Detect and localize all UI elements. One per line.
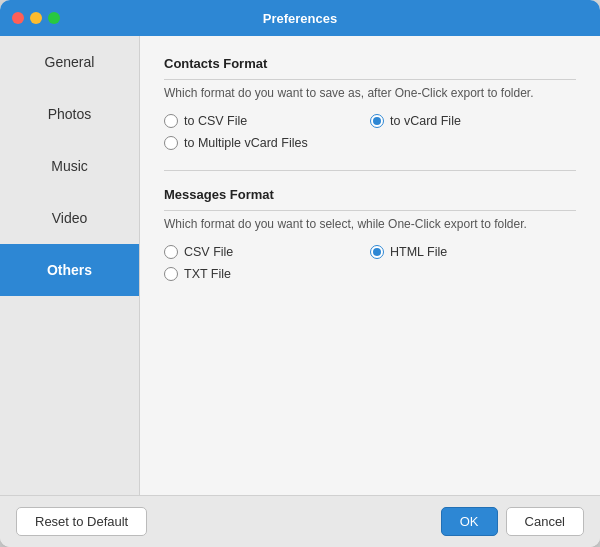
section-divider [164,170,576,171]
content-area: General Photos Music Video Others Contac… [0,36,600,495]
contacts-vcard-option[interactable]: to vCard File [370,114,576,128]
sidebar: General Photos Music Video Others [0,36,140,495]
sidebar-item-music[interactable]: Music [0,140,139,192]
ok-button[interactable]: OK [441,507,498,536]
minimize-button[interactable] [30,12,42,24]
contacts-section-desc: Which format do you want to save as, aft… [164,86,576,100]
contacts-vcard-radio[interactable] [370,114,384,128]
messages-html-radio[interactable] [370,245,384,259]
messages-txt-radio[interactable] [164,267,178,281]
contacts-section-title: Contacts Format [164,56,576,80]
footer: Reset to Default OK Cancel [0,495,600,547]
traffic-lights [12,12,60,24]
sidebar-item-general[interactable]: General [0,36,139,88]
contacts-csv-option[interactable]: to CSV File [164,114,370,128]
messages-txt-option[interactable]: TXT File [164,267,370,281]
titlebar: Preferences [0,0,600,36]
contacts-options: to CSV File to vCard File to Multiple vC… [164,114,576,150]
contacts-csv-radio[interactable] [164,114,178,128]
messages-section: Messages Format Which format do you want… [164,187,576,281]
contacts-multiple-vcard-option[interactable]: to Multiple vCard Files [164,136,370,150]
window-title: Preferences [263,11,337,26]
messages-section-desc: Which format do you want to select, whil… [164,217,576,231]
preferences-window: Preferences General Photos Music Video O… [0,0,600,547]
footer-right-buttons: OK Cancel [441,507,584,536]
messages-options: CSV File HTML File TXT File [164,245,576,281]
close-button[interactable] [12,12,24,24]
sidebar-item-others[interactable]: Others [0,244,139,296]
messages-section-title: Messages Format [164,187,576,211]
cancel-button[interactable]: Cancel [506,507,584,536]
sidebar-item-photos[interactable]: Photos [0,88,139,140]
main-content: Contacts Format Which format do you want… [140,36,600,495]
messages-csv-radio[interactable] [164,245,178,259]
messages-csv-option[interactable]: CSV File [164,245,370,259]
contacts-section: Contacts Format Which format do you want… [164,56,576,150]
sidebar-item-video[interactable]: Video [0,192,139,244]
maximize-button[interactable] [48,12,60,24]
reset-button[interactable]: Reset to Default [16,507,147,536]
messages-html-option[interactable]: HTML File [370,245,576,259]
contacts-multiple-vcard-radio[interactable] [164,136,178,150]
